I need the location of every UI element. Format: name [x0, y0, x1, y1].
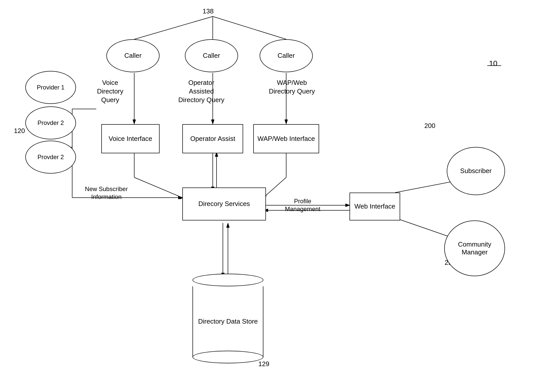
svg-marker-4: [133, 120, 136, 124]
caller-3: Caller: [260, 39, 313, 72]
caller-2: Caller: [185, 39, 238, 72]
voice-interface-box: Voice Interface: [101, 124, 160, 153]
svg-line-17: [263, 177, 286, 198]
operator-query-label: Operator Assisted Directory Query: [177, 79, 225, 104]
directory-data-store: Directory Data Store: [192, 274, 263, 363]
svg-line-0: [134, 16, 213, 39]
diagram: 138 10 120 200 250 129 Caller Caller Cal…: [0, 0, 543, 392]
svg-marker-8: [285, 120, 288, 124]
provider-2a: Provder 2: [25, 106, 76, 139]
label-120: 120: [14, 127, 25, 135]
label-10: 10: [489, 58, 497, 68]
new-subscriber-label: New Subscriber Information: [79, 185, 134, 201]
svg-marker-6: [211, 120, 214, 124]
ref-underline: [487, 65, 501, 66]
directory-services-box: Direcory Services: [182, 188, 266, 220]
operator-assist-box: Operator Assist: [182, 124, 243, 153]
svg-marker-11: [178, 196, 182, 199]
svg-line-10: [134, 177, 182, 198]
profile-management-label: Profile Management: [277, 197, 328, 213]
web-interface-box: Web Interface: [350, 193, 400, 220]
community-manager-circle: Community Manager: [444, 220, 505, 276]
wap-query-label: WAP/Web Directory Query: [268, 79, 315, 96]
wap-web-interface-box: WAP/Web Interface: [253, 124, 319, 153]
svg-marker-29: [226, 223, 229, 228]
provider-2b: Provder 2: [25, 141, 76, 174]
label-138: 138: [203, 7, 214, 16]
svg-line-2: [213, 16, 286, 39]
label-200: 200: [424, 122, 435, 130]
provider-1: Provider 1: [25, 71, 76, 104]
subscriber-circle: Subscriber: [447, 147, 505, 195]
caller-1: Caller: [106, 39, 160, 72]
voice-query-label: Voice Directory Query: [91, 79, 129, 104]
